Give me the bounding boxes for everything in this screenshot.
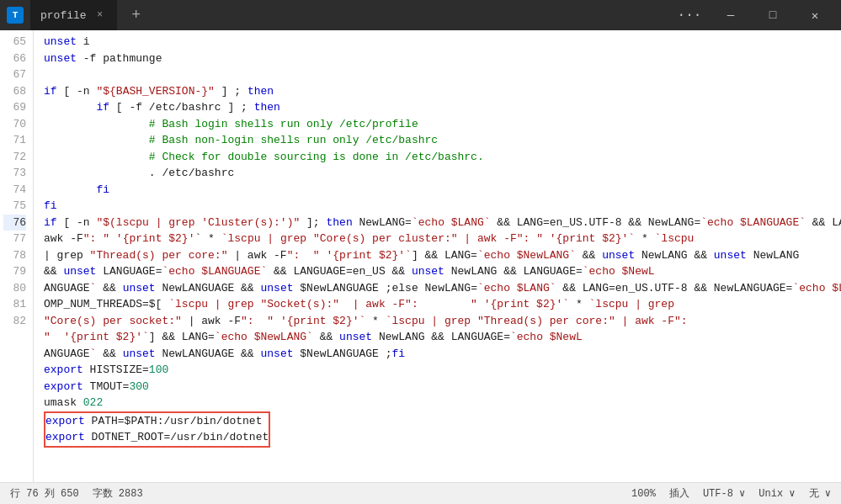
zoom-level: 100% — [631, 488, 656, 500]
code-line-74: fi — [44, 182, 841, 199]
close-button[interactable]: ✕ — [796, 0, 834, 30]
code-line-72: # Check for double sourcing is done in /… — [44, 149, 841, 166]
language[interactable]: 无 ∨ — [809, 486, 831, 501]
ellipsis-button[interactable]: ··· — [674, 0, 705, 30]
line-num-74: 74 — [3, 182, 26, 199]
code-line-79: umask 022 — [44, 395, 841, 411]
app-icon: T — [7, 7, 24, 24]
code-line-70: # Bash login shells run only /etc/profil… — [44, 116, 841, 133]
line-num-67: 67 — [3, 66, 26, 83]
code-line-69: if [ -f /etc/bashrc ] ; then — [44, 99, 841, 116]
code-line-71: # Bash non-login shells run only /etc/ba… — [44, 132, 841, 149]
maximize-button[interactable]: □ — [753, 0, 792, 30]
line-ending[interactable]: Unix ∨ — [758, 487, 795, 500]
line-num-75: 75 — [3, 198, 26, 215]
editor: 65 66 67 68 69 70 71 72 73 74 75 76 77 7… — [0, 30, 841, 482]
line-num-73: 73 — [3, 165, 26, 182]
insert-mode: 插入 — [669, 486, 689, 501]
profile-tab[interactable]: profile × — [30, 0, 117, 30]
line-num-72: 72 — [3, 149, 26, 166]
line-num-70: 70 — [3, 116, 26, 133]
line-num-66: 66 — [3, 50, 26, 67]
code-line-65: unset i — [44, 34, 841, 50]
line-num-82: 82 — [3, 313, 26, 330]
line-num-69: 69 — [3, 99, 26, 116]
line-num-80: 80 — [3, 280, 26, 297]
line-numbers: 65 66 67 68 69 70 71 72 73 74 75 76 77 7… — [0, 30, 34, 482]
code-line-76d: && unset LANGUAGE=`echo $LANGUAGE` && LA… — [44, 263, 841, 280]
code-line-76i: ANGUAGE` && unset NewLANGUAGE && unset $… — [44, 346, 841, 363]
code-line-66: unset -f pathmunge — [44, 50, 841, 67]
minimize-button[interactable]: — — [711, 0, 750, 30]
cursor-position: 行 76 列 650 — [10, 486, 79, 501]
code-line-76f: OMP_NUM_THREADS=$[ `lscpu | grep "Socket… — [44, 296, 841, 313]
tab-label: profile — [40, 9, 87, 22]
char-count: 字数 2883 — [93, 486, 143, 501]
code-area[interactable]: unset i unset -f pathmunge if [ -n "${BA… — [34, 30, 841, 482]
line-num-79: 79 — [3, 263, 26, 280]
code-line-80: export PATH=$PATH:/usr/bin/dotnet — [45, 413, 269, 430]
window-controls: — □ ✕ — [711, 0, 834, 30]
code-line-73: . /etc/bashrc — [44, 165, 841, 182]
code-line-68: if [ -n "${BASH_VERSION-}" ] ; then — [44, 83, 841, 100]
line-num-78: 78 — [3, 247, 26, 264]
line-num-76: 76 — [3, 215, 26, 231]
line-num-81: 81 — [3, 296, 26, 313]
code-line-76h: " '{print $2}'`] && LANG=`echo $NewLANG`… — [44, 329, 841, 346]
code-line-76c: | grep "Thread(s) per core:" | awk -F": … — [44, 247, 841, 264]
line-num-71: 71 — [3, 132, 26, 149]
line-num-68: 68 — [3, 83, 26, 100]
code-line-76e: ANGUAGE` && unset NewLANGUAGE && unset $… — [44, 280, 841, 297]
statusbar: 行 76 列 650 字数 2883 100% 插入 UTF-8 ∨ Unix … — [0, 482, 841, 504]
line-num-77: 77 — [3, 231, 26, 247]
tab-close-button[interactable]: × — [93, 8, 107, 22]
highlight-box: export PATH=$PATH:/usr/bin/dotnet export… — [44, 411, 270, 448]
new-tab-button[interactable]: + — [124, 3, 149, 28]
code-line-77: export HISTSIZE=100 — [44, 362, 841, 379]
titlebar: T profile × + ··· — □ ✕ — [0, 0, 841, 30]
code-line-78: export TMOUT=300 — [44, 379, 841, 395]
line-num-65: 65 — [3, 34, 26, 50]
code-line-76: if [ -n "$(lscpu | grep 'Cluster(s):')" … — [44, 215, 841, 231]
code-line-76g: "Core(s) per socket:" | awk -F": " '{pri… — [44, 313, 841, 330]
code-line-75: fi — [44, 198, 841, 215]
code-line-81: export DOTNET_ROOT=/usr/bin/dotnet — [45, 429, 269, 446]
code-line-82 — [44, 448, 841, 464]
code-line-76b: awk -F": " '{print $2}'` * `lscpu | grep… — [44, 231, 841, 247]
code-line-67 — [44, 66, 841, 83]
encoding[interactable]: UTF-8 ∨ — [703, 487, 745, 500]
editor-content: 65 66 67 68 69 70 71 72 73 74 75 76 77 7… — [0, 30, 841, 482]
